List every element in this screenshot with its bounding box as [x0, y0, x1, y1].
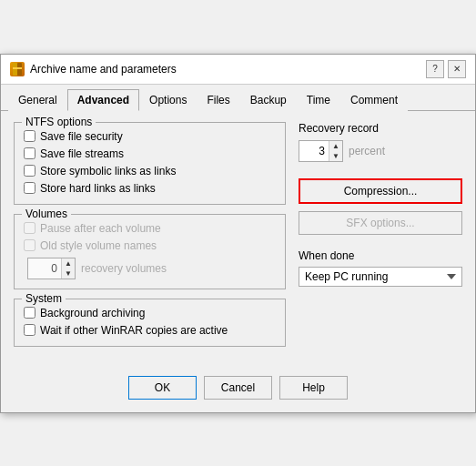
- right-column: Recovery record ▲ ▼ percent Compression.…: [299, 122, 462, 356]
- dialog-title: Archive name and parameters: [30, 63, 177, 76]
- recovery-volumes-down-btn[interactable]: ▼: [62, 268, 75, 279]
- recovery-section: Recovery record ▲ ▼ percent: [299, 122, 462, 162]
- tab-general[interactable]: General: [8, 89, 67, 111]
- recovery-volumes-up-btn[interactable]: ▲: [62, 258, 75, 268]
- pause-row: Pause after each volume: [24, 222, 276, 235]
- title-controls: ? ✕: [426, 60, 466, 78]
- store-symbolic-checkbox[interactable]: [24, 165, 35, 177]
- ntfs-group-label: NTFS options: [22, 116, 96, 128]
- ntfs-group: NTFS options Save file security Save fil…: [14, 122, 286, 205]
- compression-button[interactable]: Compression...: [299, 178, 462, 204]
- volumes-group: Volumes Pause after each volume Old styl…: [14, 214, 286, 289]
- pause-label: Pause after each volume: [40, 222, 161, 235]
- background-label[interactable]: Background archiving: [40, 307, 145, 319]
- recovery-record-label: Recovery record: [299, 122, 462, 135]
- sfx-options-button[interactable]: SFX options...: [299, 211, 462, 235]
- tab-comment[interactable]: Comment: [340, 89, 408, 111]
- volumes-group-label: Volumes: [22, 208, 71, 220]
- tab-options[interactable]: Options: [139, 89, 197, 111]
- recovery-down-btn[interactable]: ▼: [329, 151, 342, 161]
- pause-checkbox[interactable]: [24, 222, 35, 234]
- recovery-spinner-row: ▲ ▼ percent: [299, 140, 462, 162]
- save-security-label[interactable]: Save file security: [40, 130, 123, 143]
- recovery-spinner: ▲ ▼: [299, 140, 343, 162]
- wait-label[interactable]: Wait if other WinRAR copies are active: [40, 324, 228, 337]
- background-checkbox[interactable]: [24, 307, 35, 319]
- app-icon: [10, 62, 25, 76]
- save-streams-checkbox[interactable]: [24, 147, 35, 159]
- old-style-label: Old style volume names: [40, 239, 157, 252]
- wait-row: Wait if other WinRAR copies are active: [24, 324, 276, 337]
- wait-checkbox[interactable]: [24, 324, 35, 336]
- recovery-volumes-spinner-btns: ▲ ▼: [61, 258, 75, 279]
- left-column: NTFS options Save file security Save fil…: [14, 122, 286, 356]
- recovery-volumes-spinner: ▲ ▼: [27, 258, 76, 279]
- old-style-row: Old style volume names: [24, 239, 276, 252]
- old-style-checkbox[interactable]: [24, 239, 35, 251]
- when-done-label: When done: [299, 249, 462, 262]
- system-group-label: System: [22, 292, 66, 305]
- store-hard-checkbox[interactable]: [24, 182, 35, 194]
- tab-time[interactable]: Time: [297, 89, 340, 111]
- store-hard-label[interactable]: Store hard links as links: [40, 182, 156, 195]
- save-streams-label[interactable]: Save file streams: [40, 147, 124, 160]
- title-bar-left: Archive name and parameters: [10, 62, 177, 76]
- background-row: Background archiving: [24, 307, 276, 319]
- title-bar: Archive name and parameters ? ✕: [1, 55, 475, 85]
- recovery-up-btn[interactable]: ▲: [329, 141, 342, 151]
- store-symbolic-row: Store symbolic links as links: [24, 165, 276, 177]
- save-security-checkbox[interactable]: [24, 130, 35, 142]
- dialog-window: Archive name and parameters ? ✕ General …: [0, 54, 476, 413]
- help-button[interactable]: Help: [279, 376, 348, 400]
- tab-bar: General Advanced Options Files Backup Ti…: [1, 85, 475, 111]
- help-title-button[interactable]: ?: [426, 60, 444, 78]
- recovery-volumes-row: ▲ ▼ recovery volumes: [24, 258, 276, 279]
- save-streams-row: Save file streams: [24, 147, 276, 160]
- dialog-footer: OK Cancel Help: [1, 367, 475, 412]
- recovery-volumes-input[interactable]: [28, 258, 61, 279]
- tab-backup[interactable]: Backup: [240, 89, 297, 111]
- tab-files[interactable]: Files: [197, 89, 239, 111]
- recovery-unit: percent: [349, 145, 385, 157]
- recovery-spinner-btns: ▲ ▼: [329, 141, 342, 161]
- recovery-volumes-unit: recovery volumes: [81, 262, 167, 275]
- cancel-button[interactable]: Cancel: [204, 376, 272, 400]
- store-hard-row: Store hard links as links: [24, 182, 276, 195]
- system-group: System Background archiving Wait if othe…: [14, 299, 286, 347]
- when-done-select[interactable]: Keep PC running Sleep Hibernate Restart …: [299, 267, 462, 287]
- close-title-button[interactable]: ✕: [448, 60, 466, 78]
- store-symbolic-label[interactable]: Store symbolic links as links: [40, 165, 176, 177]
- ok-button[interactable]: OK: [128, 376, 197, 400]
- tab-advanced[interactable]: Advanced: [67, 89, 139, 111]
- when-done-section: When done Keep PC running Sleep Hibernat…: [299, 249, 462, 287]
- svg-rect-2: [13, 67, 22, 69]
- recovery-value-input[interactable]: [299, 141, 329, 161]
- save-security-row: Save file security: [24, 130, 276, 143]
- content-area: NTFS options Save file security Save fil…: [1, 111, 475, 367]
